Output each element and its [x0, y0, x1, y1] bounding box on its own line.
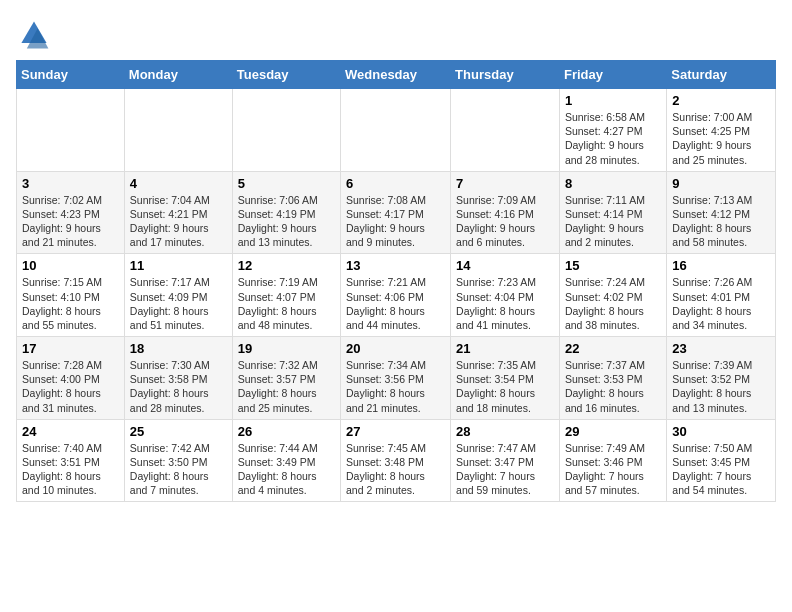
day-number: 20 — [346, 341, 445, 356]
day-info: Sunrise: 7:30 AMSunset: 3:58 PMDaylight:… — [130, 358, 227, 415]
day-number: 29 — [565, 424, 661, 439]
day-number: 11 — [130, 258, 227, 273]
day-info: Sunrise: 7:35 AMSunset: 3:54 PMDaylight:… — [456, 358, 554, 415]
day-info: Sunrise: 7:23 AMSunset: 4:04 PMDaylight:… — [456, 275, 554, 332]
day-number: 28 — [456, 424, 554, 439]
calendar-cell: 25Sunrise: 7:42 AMSunset: 3:50 PMDayligh… — [124, 419, 232, 502]
weekday-header: Monday — [124, 61, 232, 89]
day-info: Sunrise: 7:40 AMSunset: 3:51 PMDaylight:… — [22, 441, 119, 498]
day-number: 26 — [238, 424, 335, 439]
day-number: 15 — [565, 258, 661, 273]
calendar-header-row: SundayMondayTuesdayWednesdayThursdayFrid… — [17, 61, 776, 89]
day-info: Sunrise: 7:24 AMSunset: 4:02 PMDaylight:… — [565, 275, 661, 332]
day-info: Sunrise: 7:34 AMSunset: 3:56 PMDaylight:… — [346, 358, 445, 415]
day-info: Sunrise: 7:09 AMSunset: 4:16 PMDaylight:… — [456, 193, 554, 250]
day-number: 6 — [346, 176, 445, 191]
calendar-cell: 27Sunrise: 7:45 AMSunset: 3:48 PMDayligh… — [341, 419, 451, 502]
calendar-cell: 6Sunrise: 7:08 AMSunset: 4:17 PMDaylight… — [341, 171, 451, 254]
weekday-header: Saturday — [667, 61, 776, 89]
calendar-cell: 16Sunrise: 7:26 AMSunset: 4:01 PMDayligh… — [667, 254, 776, 337]
calendar-cell: 2Sunrise: 7:00 AMSunset: 4:25 PMDaylight… — [667, 89, 776, 172]
calendar-cell: 12Sunrise: 7:19 AMSunset: 4:07 PMDayligh… — [232, 254, 340, 337]
day-number: 3 — [22, 176, 119, 191]
day-info: Sunrise: 7:28 AMSunset: 4:00 PMDaylight:… — [22, 358, 119, 415]
day-info: Sunrise: 7:02 AMSunset: 4:23 PMDaylight:… — [22, 193, 119, 250]
day-info: Sunrise: 7:19 AMSunset: 4:07 PMDaylight:… — [238, 275, 335, 332]
day-number: 17 — [22, 341, 119, 356]
calendar-cell: 10Sunrise: 7:15 AMSunset: 4:10 PMDayligh… — [17, 254, 125, 337]
calendar-cell: 28Sunrise: 7:47 AMSunset: 3:47 PMDayligh… — [451, 419, 560, 502]
calendar-cell: 23Sunrise: 7:39 AMSunset: 3:52 PMDayligh… — [667, 337, 776, 420]
calendar-cell: 1Sunrise: 6:58 AMSunset: 4:27 PMDaylight… — [559, 89, 666, 172]
calendar-cell: 29Sunrise: 7:49 AMSunset: 3:46 PMDayligh… — [559, 419, 666, 502]
day-number: 19 — [238, 341, 335, 356]
calendar-cell: 11Sunrise: 7:17 AMSunset: 4:09 PMDayligh… — [124, 254, 232, 337]
day-number: 23 — [672, 341, 770, 356]
calendar-cell: 5Sunrise: 7:06 AMSunset: 4:19 PMDaylight… — [232, 171, 340, 254]
day-info: Sunrise: 7:39 AMSunset: 3:52 PMDaylight:… — [672, 358, 770, 415]
day-number: 12 — [238, 258, 335, 273]
weekday-header: Sunday — [17, 61, 125, 89]
day-info: Sunrise: 7:44 AMSunset: 3:49 PMDaylight:… — [238, 441, 335, 498]
day-number: 27 — [346, 424, 445, 439]
calendar-cell: 9Sunrise: 7:13 AMSunset: 4:12 PMDaylight… — [667, 171, 776, 254]
day-number: 10 — [22, 258, 119, 273]
calendar-cell — [17, 89, 125, 172]
calendar-cell — [341, 89, 451, 172]
calendar-week-row: 10Sunrise: 7:15 AMSunset: 4:10 PMDayligh… — [17, 254, 776, 337]
day-number: 2 — [672, 93, 770, 108]
day-info: Sunrise: 7:11 AMSunset: 4:14 PMDaylight:… — [565, 193, 661, 250]
day-info: Sunrise: 7:45 AMSunset: 3:48 PMDaylight:… — [346, 441, 445, 498]
day-number: 7 — [456, 176, 554, 191]
day-info: Sunrise: 7:13 AMSunset: 4:12 PMDaylight:… — [672, 193, 770, 250]
day-number: 8 — [565, 176, 661, 191]
calendar-cell: 4Sunrise: 7:04 AMSunset: 4:21 PMDaylight… — [124, 171, 232, 254]
calendar-week-row: 17Sunrise: 7:28 AMSunset: 4:00 PMDayligh… — [17, 337, 776, 420]
calendar-cell — [124, 89, 232, 172]
calendar-cell: 8Sunrise: 7:11 AMSunset: 4:14 PMDaylight… — [559, 171, 666, 254]
calendar-cell: 14Sunrise: 7:23 AMSunset: 4:04 PMDayligh… — [451, 254, 560, 337]
day-number: 24 — [22, 424, 119, 439]
logo-icon — [16, 16, 52, 52]
calendar-cell: 21Sunrise: 7:35 AMSunset: 3:54 PMDayligh… — [451, 337, 560, 420]
day-number: 22 — [565, 341, 661, 356]
calendar-cell: 24Sunrise: 7:40 AMSunset: 3:51 PMDayligh… — [17, 419, 125, 502]
day-info: Sunrise: 7:08 AMSunset: 4:17 PMDaylight:… — [346, 193, 445, 250]
calendar-cell — [232, 89, 340, 172]
page-header — [16, 16, 776, 52]
calendar-week-row: 1Sunrise: 6:58 AMSunset: 4:27 PMDaylight… — [17, 89, 776, 172]
day-info: Sunrise: 7:21 AMSunset: 4:06 PMDaylight:… — [346, 275, 445, 332]
calendar-cell: 15Sunrise: 7:24 AMSunset: 4:02 PMDayligh… — [559, 254, 666, 337]
weekday-header: Thursday — [451, 61, 560, 89]
day-number: 16 — [672, 258, 770, 273]
calendar-cell: 30Sunrise: 7:50 AMSunset: 3:45 PMDayligh… — [667, 419, 776, 502]
day-info: Sunrise: 7:06 AMSunset: 4:19 PMDaylight:… — [238, 193, 335, 250]
calendar-cell: 13Sunrise: 7:21 AMSunset: 4:06 PMDayligh… — [341, 254, 451, 337]
calendar-cell: 26Sunrise: 7:44 AMSunset: 3:49 PMDayligh… — [232, 419, 340, 502]
day-info: Sunrise: 7:26 AMSunset: 4:01 PMDaylight:… — [672, 275, 770, 332]
calendar-cell: 17Sunrise: 7:28 AMSunset: 4:00 PMDayligh… — [17, 337, 125, 420]
day-info: Sunrise: 7:00 AMSunset: 4:25 PMDaylight:… — [672, 110, 770, 167]
day-number: 4 — [130, 176, 227, 191]
day-info: Sunrise: 7:42 AMSunset: 3:50 PMDaylight:… — [130, 441, 227, 498]
calendar-table: SundayMondayTuesdayWednesdayThursdayFrid… — [16, 60, 776, 502]
day-number: 18 — [130, 341, 227, 356]
calendar-cell: 3Sunrise: 7:02 AMSunset: 4:23 PMDaylight… — [17, 171, 125, 254]
day-info: Sunrise: 7:50 AMSunset: 3:45 PMDaylight:… — [672, 441, 770, 498]
day-info: Sunrise: 7:49 AMSunset: 3:46 PMDaylight:… — [565, 441, 661, 498]
calendar-cell: 7Sunrise: 7:09 AMSunset: 4:16 PMDaylight… — [451, 171, 560, 254]
calendar-cell — [451, 89, 560, 172]
day-info: Sunrise: 7:37 AMSunset: 3:53 PMDaylight:… — [565, 358, 661, 415]
calendar-cell: 18Sunrise: 7:30 AMSunset: 3:58 PMDayligh… — [124, 337, 232, 420]
day-info: Sunrise: 7:32 AMSunset: 3:57 PMDaylight:… — [238, 358, 335, 415]
calendar-week-row: 24Sunrise: 7:40 AMSunset: 3:51 PMDayligh… — [17, 419, 776, 502]
weekday-header: Tuesday — [232, 61, 340, 89]
day-number: 25 — [130, 424, 227, 439]
day-number: 30 — [672, 424, 770, 439]
day-number: 21 — [456, 341, 554, 356]
day-info: Sunrise: 7:04 AMSunset: 4:21 PMDaylight:… — [130, 193, 227, 250]
calendar-week-row: 3Sunrise: 7:02 AMSunset: 4:23 PMDaylight… — [17, 171, 776, 254]
calendar-cell: 19Sunrise: 7:32 AMSunset: 3:57 PMDayligh… — [232, 337, 340, 420]
weekday-header: Friday — [559, 61, 666, 89]
day-info: Sunrise: 7:47 AMSunset: 3:47 PMDaylight:… — [456, 441, 554, 498]
